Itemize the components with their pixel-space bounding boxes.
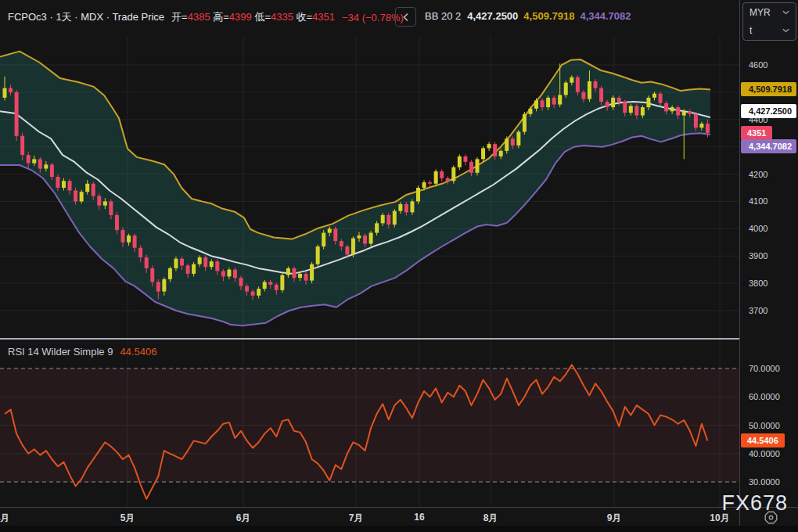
symbol-title[interactable]: FCPOc3 · 1天 · MDX · Trade Price bbox=[8, 10, 164, 24]
price-tick-label: 3900 bbox=[740, 250, 798, 261]
axis-settings-icon[interactable] bbox=[762, 509, 779, 525]
ohlc-value: 4385 bbox=[188, 11, 214, 23]
time-tick-label: 9月 bbox=[607, 512, 622, 525]
currency-selector: MYR t bbox=[742, 2, 796, 41]
bottom-strip bbox=[0, 526, 798, 532]
ohlc-value: 4335 bbox=[271, 11, 297, 23]
rsi-legend[interactable]: RSI 14 Wilder Simple 9 44.5406 bbox=[8, 346, 156, 358]
price-badge: 4,344.7082 bbox=[741, 139, 796, 153]
price-badge: 4351 bbox=[741, 126, 772, 140]
price-tick-label: 4100 bbox=[740, 196, 798, 207]
rsi-band-fill bbox=[0, 368, 739, 482]
time-tick-label: 4月 bbox=[0, 512, 9, 525]
ohlc-label: 开= bbox=[171, 11, 188, 23]
time-tick-label: 8月 bbox=[483, 512, 498, 525]
scale-corner-divider bbox=[739, 508, 740, 527]
ohlc-label: 低= bbox=[254, 11, 271, 23]
legend-collapse-button[interactable] bbox=[395, 7, 416, 27]
bb-value: 4,344.7082 bbox=[580, 10, 631, 22]
ohlc-label: 高= bbox=[213, 11, 229, 23]
time-tick-label: 10月 bbox=[710, 512, 729, 525]
unit-dropdown[interactable]: t bbox=[743, 21, 796, 39]
trading-chart-window: FCPOc3 · 1天 · MDX · Trade Price 开=4385 高… bbox=[0, 0, 798, 532]
bb-indicator-name: BB 20 2 bbox=[425, 10, 461, 22]
price-tick-label: 4600 bbox=[740, 59, 798, 70]
price-tick-label: 4200 bbox=[740, 169, 798, 180]
price-badge: 44.5406 bbox=[741, 433, 785, 448]
time-tick-label: 7月 bbox=[349, 512, 364, 525]
chevron-down-icon bbox=[782, 28, 789, 33]
rsi-tick-label: 70.0000 bbox=[740, 363, 798, 374]
bb-value: 4,509.7918 bbox=[523, 10, 574, 22]
time-tick-label: 6月 bbox=[236, 512, 251, 525]
ohlc-value: 4351 bbox=[312, 11, 335, 23]
currency-dropdown[interactable]: MYR bbox=[743, 3, 796, 21]
rsi-tick-label: 50.0000 bbox=[740, 420, 798, 431]
change-value: −34 (−0.78%) bbox=[342, 12, 404, 23]
chevron-down-icon bbox=[782, 10, 789, 15]
rsi-tick-label: 30.0000 bbox=[740, 476, 798, 487]
unit-dropdown-value: t bbox=[749, 25, 752, 36]
octagon-settings-icon bbox=[764, 510, 778, 525]
rsi-tick-label: 40.0000 bbox=[740, 448, 798, 459]
bb-legend[interactable]: BB 20 2 4,427.25004,509.79184,344.7082 bbox=[425, 10, 637, 22]
rsi-indicator-name: RSI 14 Wilder Simple 9 bbox=[8, 346, 113, 358]
currency-dropdown-value: MYR bbox=[749, 7, 771, 18]
bb-value: 4,427.2500 bbox=[467, 10, 518, 22]
ohlc-value: 4399 bbox=[229, 11, 255, 23]
chart-canvas[interactable] bbox=[0, 0, 739, 507]
chevron-left-icon bbox=[402, 13, 410, 22]
time-tick-label: 16 bbox=[414, 512, 424, 523]
rsi-tick-label: 60.0000 bbox=[740, 391, 798, 402]
main-legend[interactable]: FCPOc3 · 1天 · MDX · Trade Price 开=4385 高… bbox=[8, 10, 404, 24]
rsi-value: 44.5406 bbox=[120, 346, 156, 358]
ohlc-label: 收= bbox=[297, 11, 313, 23]
ohlc-values: 开=4385 高=4399 低=4335 收=4351 bbox=[171, 10, 335, 24]
price-badge: 4,427.2500 bbox=[741, 104, 796, 118]
price-tick-label: 4000 bbox=[740, 223, 798, 234]
bb-values: 4,427.25004,509.79184,344.7082 bbox=[467, 10, 636, 22]
price-tick-label: 3800 bbox=[740, 278, 798, 289]
price-tick-label: 3700 bbox=[740, 305, 798, 316]
time-tick-label: 5月 bbox=[120, 512, 135, 525]
price-scale[interactable]: 4600450044004300420041004000390038003700… bbox=[739, 0, 798, 507]
price-badge: 4,509.7918 bbox=[741, 82, 796, 96]
